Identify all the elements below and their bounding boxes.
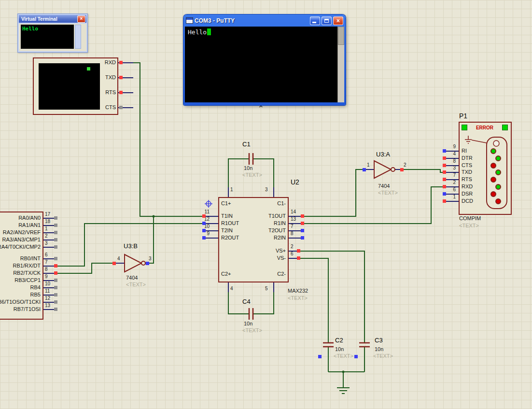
scrollbar-thumb[interactable] xyxy=(338,27,344,45)
pin-state-square xyxy=(443,149,446,153)
pin-state-square xyxy=(443,185,446,188)
mcu-pin-number: 7 xyxy=(45,259,48,265)
compim-pin-number: 4 xyxy=(449,151,456,156)
virtual-terminal-window[interactable]: Virtual Terminal × Hello xyxy=(17,14,88,53)
pin-state-square xyxy=(119,61,123,64)
max232-text-placeholder: <TEXT> xyxy=(288,295,308,301)
pin-state-square xyxy=(443,164,446,167)
capacitor-value: 10n xyxy=(375,346,383,352)
max232-pin-name: C2+ xyxy=(221,271,231,277)
max232-ref: U2 xyxy=(291,179,299,186)
mcu-pin-number: 13 xyxy=(45,303,50,308)
pin-state-square xyxy=(202,214,206,218)
wire-mcu-tx-to-u3b-in[interactable] xyxy=(57,263,116,273)
max232-pin-name: VS+ xyxy=(238,248,286,254)
window-title: COM3 - PuTTY xyxy=(195,17,308,24)
virtual-terminal-output[interactable]: Hello xyxy=(21,25,74,49)
terminal-output-text: Hello xyxy=(22,26,38,32)
compim-pin-name: RTS xyxy=(462,176,472,183)
max232-pin-name: C1+ xyxy=(221,200,231,207)
wire-u3a-out-to-compim-txd[interactable] xyxy=(402,169,446,172)
max232-pin-name: T2IN xyxy=(221,227,233,234)
max232-pin-number: 7 xyxy=(291,224,294,229)
close-button[interactable]: × xyxy=(333,16,343,25)
terminal-pin-label: TXD xyxy=(90,74,116,81)
close-button[interactable]: × xyxy=(77,15,85,23)
maximize-button[interactable] xyxy=(322,16,332,25)
wire-c4-right[interactable] xyxy=(253,292,274,314)
capacitor-text-placeholder: <TEXT> xyxy=(242,327,262,333)
capacitor-text-placeholder: <TEXT> xyxy=(242,172,262,178)
terminal-output-text: Hello xyxy=(188,28,211,36)
terminal-pin-label: CTS xyxy=(90,104,116,111)
terminal-pin-label: RXD xyxy=(90,59,116,66)
pin-state-square xyxy=(363,168,366,171)
inverter-u3b-symbol[interactable] xyxy=(125,254,145,272)
scrollbar[interactable] xyxy=(337,27,344,102)
capacitor-value: 10n xyxy=(244,165,252,171)
wire-junction xyxy=(342,371,345,373)
pin-state-square xyxy=(301,214,304,218)
compim-pin-number: 8 xyxy=(449,158,456,164)
max232-pin-number: 2 xyxy=(291,244,294,249)
pin-state-square xyxy=(443,192,446,196)
capacitor-value: 10n xyxy=(335,346,344,352)
mcu-pin-label: RA0/AN0 xyxy=(0,215,41,221)
max232-pin-number: 8 xyxy=(291,231,294,236)
capacitor-ref: C4 xyxy=(242,298,251,305)
wire-vsplus-to-c3[interactable] xyxy=(299,251,364,343)
ground-symbol-icon[interactable] xyxy=(337,388,350,394)
pin-state-square xyxy=(443,170,446,174)
virtual-terminal-titlebar[interactable]: Virtual Terminal × xyxy=(19,15,86,23)
max232-pin-name: R1OUT xyxy=(221,220,239,226)
mcu-pin-number: 1 xyxy=(45,226,48,231)
pin-state-square xyxy=(54,286,57,289)
compim-led xyxy=(495,198,501,204)
origin-marker-icon xyxy=(205,200,212,208)
wire-t1out-to-u3a-in[interactable] xyxy=(303,169,364,216)
mcu-pin-number: 12 xyxy=(45,296,50,301)
mcu-pin-label: RA4/T0CKI/CMP2 xyxy=(0,244,41,250)
pin-state-square xyxy=(443,156,446,160)
putty-app-icon xyxy=(186,17,193,24)
pin-state-square xyxy=(400,168,404,171)
mcu-pin-number: 9 xyxy=(45,274,48,279)
inverter-u3a-ref: U3:A xyxy=(376,151,390,158)
capacitor-value: 10n xyxy=(244,321,252,326)
mcu-pin-number: 8 xyxy=(45,267,48,272)
scrollbar[interactable] xyxy=(75,25,81,49)
max232-pin-name: R1IN xyxy=(238,220,286,226)
putty-window[interactable]: COM3 - PuTTY × Hello xyxy=(183,14,346,105)
compim-pin-name: RXD xyxy=(462,183,473,190)
pin-state-square xyxy=(54,300,57,304)
mcu-pin-number: 11 xyxy=(45,288,50,294)
max232-pin-number: 3 xyxy=(265,187,268,192)
compim-pin-number: 6 xyxy=(449,187,456,192)
max232-pin-number: 5 xyxy=(265,286,268,291)
inverter-part-label: 7404 xyxy=(378,183,390,189)
pin-state-square xyxy=(119,106,123,109)
inverter-u3a-symbol[interactable] xyxy=(374,161,395,178)
max232-pin-name: C2- xyxy=(238,271,286,277)
pin-state-square xyxy=(443,199,446,203)
inverter-pin-number: 2 xyxy=(404,162,406,168)
max232-pin-name: R2IN xyxy=(238,235,286,241)
inverter-pin-number: 1 xyxy=(367,162,370,168)
pin-state-square xyxy=(202,222,206,225)
mcu-pin-label: RB1/RX/DT xyxy=(0,263,41,269)
minimize-button[interactable] xyxy=(310,16,320,25)
max232-pin-name: R2OUT xyxy=(221,235,239,241)
inverter-text-placeholder: <TEXT> xyxy=(378,190,398,196)
pin-state-square xyxy=(297,249,300,253)
max232-pin-number: 13 xyxy=(291,216,296,222)
wire-r1in-to-compim-rxd[interactable] xyxy=(303,187,446,224)
putty-terminal[interactable]: Hello xyxy=(185,27,344,102)
putty-titlebar[interactable]: COM3 - PuTTY × xyxy=(185,14,344,27)
pin-state-square xyxy=(443,178,446,181)
compim-pin-name: CTS xyxy=(462,162,472,169)
max232-part-label: MAX232 xyxy=(288,288,308,294)
pin-state-square xyxy=(54,271,57,275)
inverter-text-placeholder: <TEXT> xyxy=(126,282,146,287)
pin-state-square xyxy=(54,238,57,241)
virtual-terminal-component-screen[interactable] xyxy=(39,63,100,110)
